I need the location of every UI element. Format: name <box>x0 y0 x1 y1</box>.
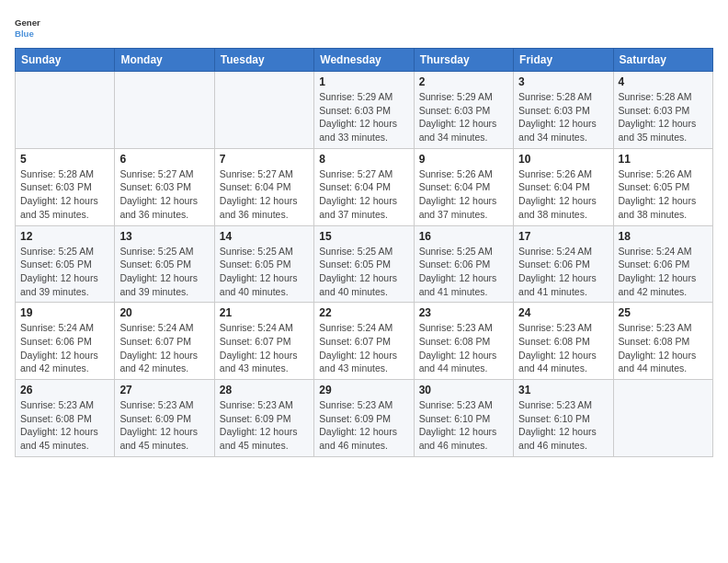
day-info: Sunrise: 5:25 AMSunset: 6:05 PMDaylight:… <box>119 245 209 299</box>
page-header: General Blue <box>15 15 713 40</box>
calendar-cell: 25Sunrise: 5:23 AMSunset: 6:08 PMDayligh… <box>613 303 712 380</box>
calendar-week-5: 26Sunrise: 5:23 AMSunset: 6:08 PMDayligh… <box>16 380 713 457</box>
calendar-header-saturday: Saturday <box>613 49 712 72</box>
calendar-cell: 1Sunrise: 5:29 AMSunset: 6:03 PMDaylight… <box>314 72 414 149</box>
calendar-cell <box>214 72 313 149</box>
svg-text:Blue: Blue <box>15 29 34 39</box>
day-number: 5 <box>20 153 109 166</box>
calendar-cell: 17Sunrise: 5:24 AMSunset: 6:06 PMDayligh… <box>514 225 613 303</box>
day-number: 16 <box>419 230 508 243</box>
calendar-header-sunday: Sunday <box>16 49 115 72</box>
day-info: Sunrise: 5:28 AMSunset: 6:03 PMDaylight:… <box>20 167 109 222</box>
day-number: 18 <box>619 230 708 243</box>
calendar-cell: 9Sunrise: 5:26 AMSunset: 6:04 PMDaylight… <box>414 148 513 225</box>
day-number: 23 <box>419 306 508 319</box>
day-info: Sunrise: 5:25 AMSunset: 6:06 PMDaylight:… <box>419 245 508 299</box>
day-info: Sunrise: 5:24 AMSunset: 6:06 PMDaylight:… <box>518 245 608 299</box>
calendar-cell <box>16 72 115 149</box>
calendar-cell: 11Sunrise: 5:26 AMSunset: 6:05 PMDayligh… <box>613 148 712 225</box>
calendar-header-tuesday: Tuesday <box>214 49 313 72</box>
day-number: 22 <box>319 306 408 319</box>
calendar-cell: 18Sunrise: 5:24 AMSunset: 6:06 PMDayligh… <box>613 225 712 303</box>
day-info: Sunrise: 5:25 AMSunset: 6:05 PMDaylight:… <box>319 245 408 299</box>
day-info: Sunrise: 5:26 AMSunset: 6:04 PMDaylight:… <box>518 167 608 222</box>
calendar-cell: 27Sunrise: 5:23 AMSunset: 6:09 PMDayligh… <box>115 380 214 457</box>
calendar-cell: 24Sunrise: 5:23 AMSunset: 6:08 PMDayligh… <box>514 303 613 380</box>
day-info: Sunrise: 5:24 AMSunset: 6:07 PMDaylight:… <box>220 321 309 375</box>
day-info: Sunrise: 5:23 AMSunset: 6:08 PMDaylight:… <box>518 321 608 375</box>
day-number: 19 <box>20 306 109 319</box>
day-info: Sunrise: 5:28 AMSunset: 6:03 PMDaylight:… <box>619 90 708 144</box>
day-number: 8 <box>319 153 408 166</box>
calendar-cell: 4Sunrise: 5:28 AMSunset: 6:03 PMDaylight… <box>613 72 712 149</box>
day-number: 3 <box>518 75 608 88</box>
calendar-cell: 22Sunrise: 5:24 AMSunset: 6:07 PMDayligh… <box>314 303 414 380</box>
day-info: Sunrise: 5:26 AMSunset: 6:05 PMDaylight:… <box>619 167 708 222</box>
day-info: Sunrise: 5:24 AMSunset: 6:07 PMDaylight:… <box>119 321 209 375</box>
logo: General Blue <box>15 15 40 40</box>
calendar-cell: 10Sunrise: 5:26 AMSunset: 6:04 PMDayligh… <box>514 148 613 225</box>
calendar-cell: 14Sunrise: 5:25 AMSunset: 6:05 PMDayligh… <box>214 225 313 303</box>
calendar-header-row: SundayMondayTuesdayWednesdayThursdayFrid… <box>16 49 713 72</box>
day-number: 2 <box>419 75 508 88</box>
day-number: 15 <box>319 230 408 243</box>
calendar-cell: 13Sunrise: 5:25 AMSunset: 6:05 PMDayligh… <box>115 225 214 303</box>
day-number: 10 <box>518 153 608 166</box>
calendar-cell <box>613 380 712 457</box>
calendar-cell: 19Sunrise: 5:24 AMSunset: 6:06 PMDayligh… <box>16 303 115 380</box>
day-number: 29 <box>319 384 408 396</box>
calendar-cell: 6Sunrise: 5:27 AMSunset: 6:03 PMDaylight… <box>115 148 214 225</box>
calendar-cell <box>115 72 214 149</box>
calendar-cell: 26Sunrise: 5:23 AMSunset: 6:08 PMDayligh… <box>16 380 115 457</box>
day-info: Sunrise: 5:26 AMSunset: 6:04 PMDaylight:… <box>419 167 508 222</box>
calendar-cell: 21Sunrise: 5:24 AMSunset: 6:07 PMDayligh… <box>214 303 313 380</box>
calendar-table: SundayMondayTuesdayWednesdayThursdayFrid… <box>15 48 713 457</box>
day-info: Sunrise: 5:25 AMSunset: 6:05 PMDaylight:… <box>20 245 109 299</box>
calendar-cell: 29Sunrise: 5:23 AMSunset: 6:09 PMDayligh… <box>314 380 414 457</box>
day-number: 17 <box>518 230 608 243</box>
day-number: 24 <box>518 306 608 319</box>
day-info: Sunrise: 5:23 AMSunset: 6:08 PMDaylight:… <box>419 321 508 375</box>
day-number: 4 <box>619 75 708 88</box>
calendar-header-wednesday: Wednesday <box>314 49 414 72</box>
calendar-cell: 23Sunrise: 5:23 AMSunset: 6:08 PMDayligh… <box>414 303 513 380</box>
calendar-week-4: 19Sunrise: 5:24 AMSunset: 6:06 PMDayligh… <box>16 303 713 380</box>
day-number: 1 <box>319 75 408 88</box>
day-number: 28 <box>220 384 309 396</box>
day-number: 6 <box>119 153 209 166</box>
svg-text:General: General <box>15 17 40 28</box>
calendar-week-3: 12Sunrise: 5:25 AMSunset: 6:05 PMDayligh… <box>16 225 713 303</box>
logo-icon: General Blue <box>15 15 40 40</box>
calendar-cell: 30Sunrise: 5:23 AMSunset: 6:10 PMDayligh… <box>414 380 513 457</box>
day-info: Sunrise: 5:27 AMSunset: 6:04 PMDaylight:… <box>220 167 309 222</box>
calendar-header-thursday: Thursday <box>414 49 513 72</box>
day-info: Sunrise: 5:23 AMSunset: 6:10 PMDaylight:… <box>419 398 508 453</box>
calendar-cell: 3Sunrise: 5:28 AMSunset: 6:03 PMDaylight… <box>514 72 613 149</box>
day-number: 13 <box>119 230 209 243</box>
day-info: Sunrise: 5:25 AMSunset: 6:05 PMDaylight:… <box>220 245 309 299</box>
calendar-cell: 5Sunrise: 5:28 AMSunset: 6:03 PMDaylight… <box>16 148 115 225</box>
day-number: 7 <box>220 153 309 166</box>
day-info: Sunrise: 5:23 AMSunset: 6:08 PMDaylight:… <box>20 398 109 453</box>
calendar-cell: 31Sunrise: 5:23 AMSunset: 6:10 PMDayligh… <box>514 380 613 457</box>
day-number: 11 <box>619 153 708 166</box>
calendar-cell: 20Sunrise: 5:24 AMSunset: 6:07 PMDayligh… <box>115 303 214 380</box>
calendar-cell: 28Sunrise: 5:23 AMSunset: 6:09 PMDayligh… <box>214 380 313 457</box>
day-info: Sunrise: 5:23 AMSunset: 6:09 PMDaylight:… <box>119 398 209 453</box>
day-number: 27 <box>119 384 209 396</box>
calendar-week-1: 1Sunrise: 5:29 AMSunset: 6:03 PMDaylight… <box>16 72 713 149</box>
calendar-cell: 16Sunrise: 5:25 AMSunset: 6:06 PMDayligh… <box>414 225 513 303</box>
day-info: Sunrise: 5:23 AMSunset: 6:08 PMDaylight:… <box>619 321 708 375</box>
calendar-cell: 2Sunrise: 5:29 AMSunset: 6:03 PMDaylight… <box>414 72 513 149</box>
day-number: 31 <box>518 384 608 396</box>
day-number: 14 <box>220 230 309 243</box>
day-info: Sunrise: 5:24 AMSunset: 6:06 PMDaylight:… <box>619 245 708 299</box>
calendar-header-friday: Friday <box>514 49 613 72</box>
day-info: Sunrise: 5:24 AMSunset: 6:06 PMDaylight:… <box>20 321 109 375</box>
day-number: 30 <box>419 384 508 396</box>
day-info: Sunrise: 5:29 AMSunset: 6:03 PMDaylight:… <box>419 90 508 144</box>
day-number: 25 <box>619 306 708 319</box>
day-info: Sunrise: 5:27 AMSunset: 6:03 PMDaylight:… <box>119 167 209 222</box>
day-number: 12 <box>20 230 109 243</box>
calendar-cell: 12Sunrise: 5:25 AMSunset: 6:05 PMDayligh… <box>16 225 115 303</box>
